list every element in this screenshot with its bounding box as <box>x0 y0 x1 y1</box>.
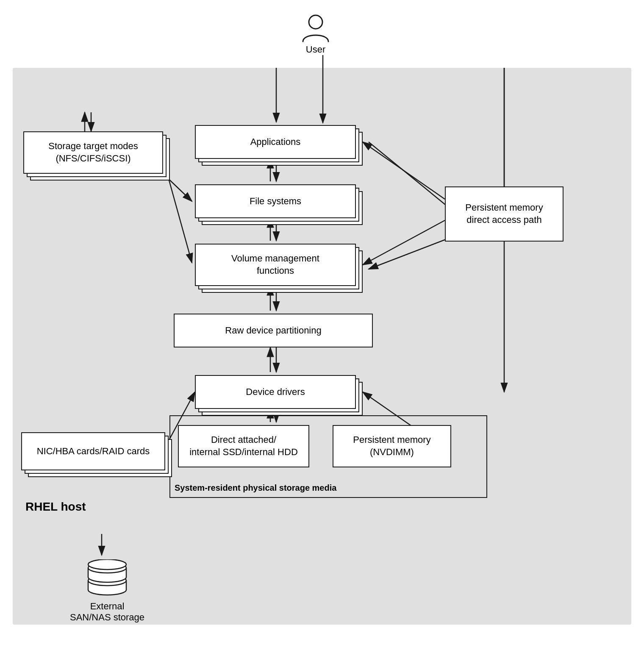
nic-hba-stack: NIC/HBA cards/RAID cards <box>21 432 165 470</box>
device-drivers-stack: Device drivers <box>195 375 356 409</box>
rhel-host-label: RHEL host <box>25 500 86 514</box>
storage-target-box: Storage target modes (NFS/CIFS/iSCSI) <box>23 131 163 174</box>
persistent-mem-nvdimm-label: Persistent memory (NVDIMM) <box>353 434 430 458</box>
diagram-area: Storage target modes (NFS/CIFS/iSCSI) Ap… <box>13 68 631 625</box>
device-drivers-box: Device drivers <box>195 375 356 409</box>
volume-mgmt-label: Volume management functions <box>231 253 319 277</box>
persistent-mem-nvdimm-box: Persistent memory (NVDIMM) <box>333 425 451 467</box>
direct-attached-box: Direct attached/ internal SSD/internal H… <box>178 425 309 467</box>
storage-target-stack: Storage target modes (NFS/CIFS/iSCSI) <box>23 131 163 174</box>
applications-label: Applications <box>250 136 301 148</box>
user-label: User <box>306 44 325 55</box>
applications-box: Applications <box>195 125 356 159</box>
ext-san-nas-label: External SAN/NAS storage <box>70 601 144 623</box>
file-systems-label: File systems <box>250 195 301 208</box>
pmp-to-vol-arrow <box>363 220 445 265</box>
svg-point-15 <box>88 559 126 570</box>
system-resident-label: System-resident physical storage media <box>175 483 336 493</box>
nic-hba-box: NIC/HBA cards/RAID cards <box>21 432 165 470</box>
device-drivers-label: Device drivers <box>246 386 305 398</box>
ext-san-nas-area: External SAN/NAS storage <box>70 559 144 623</box>
persistent-mem-path-box: Persistent memory direct access path <box>445 186 564 242</box>
persistent-mem-path-label: Persistent memory direct access path <box>465 202 543 226</box>
file-systems-stack: File systems <box>195 184 356 218</box>
raw-device-box: Raw device partitioning <box>174 314 373 347</box>
pmp-to-apps-arrow <box>363 142 445 199</box>
direct-attached-label: Direct attached/ internal SSD/internal H… <box>189 434 298 458</box>
volume-mgmt-stack: Volume management functions <box>195 244 356 286</box>
svg-point-0 <box>309 15 322 29</box>
file-systems-box: File systems <box>195 184 356 218</box>
drum-icon <box>84 559 130 598</box>
storage-target-label: Storage target modes (NFS/CIFS/iSCSI) <box>48 140 138 164</box>
applications-stack: Applications <box>195 125 356 159</box>
volume-mgmt-box: Volume management functions <box>195 244 356 286</box>
raw-device-label: Raw device partitioning <box>225 325 321 337</box>
nic-hba-label: NIC/HBA cards/RAID cards <box>37 445 150 458</box>
user-icon-area: User <box>301 13 330 55</box>
